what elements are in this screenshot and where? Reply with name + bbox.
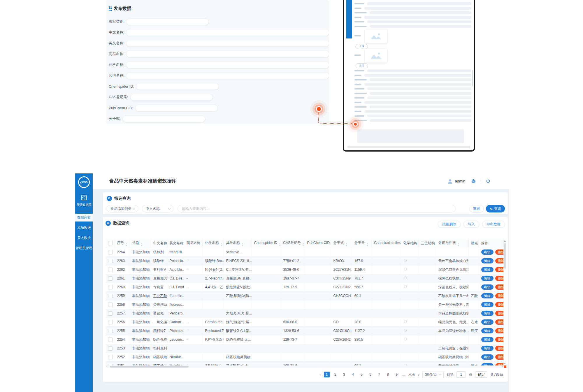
publish-field-input[interactable]: [126, 72, 329, 79]
upload-button[interactable]: 上传: [356, 63, 368, 68]
vertical-scrollbar[interactable]: [503, 239, 506, 365]
column-header-chem[interactable]: 化学名称: [203, 239, 224, 248]
row-checkbox[interactable]: [108, 355, 113, 359]
last-page-button[interactable]: 尾页: [408, 372, 415, 377]
page-number[interactable]: 4: [350, 372, 356, 377]
column-header-smiles[interactable]: Canonical smiles: [372, 239, 401, 248]
row-checkbox[interactable]: [108, 285, 113, 289]
column-header-pubchem[interactable]: PubChem CID: [305, 239, 331, 248]
edit-button[interactable]: 编辑: [481, 276, 494, 281]
row-checkbox[interactable]: [108, 329, 113, 333]
row-checkbox[interactable]: [108, 337, 113, 342]
scroll-left-arrow[interactable]: ‹: [106, 365, 108, 368]
column-header-idx[interactable]: 序号: [115, 239, 130, 248]
edit-button[interactable]: 编辑: [481, 354, 494, 360]
upload-button[interactable]: 上传: [356, 44, 368, 49]
column-header-product[interactable]: 商品名称: [184, 239, 203, 248]
search-input[interactable]: [178, 205, 456, 212]
publish-field-input[interactable]: [126, 61, 329, 68]
prev-page-arrow[interactable]: ‹: [319, 372, 321, 377]
edit-button[interactable]: 编辑: [481, 311, 494, 316]
publish-field-input[interactable]: [130, 94, 213, 101]
row-checkbox[interactable]: [108, 294, 113, 298]
edit-button[interactable]: 编辑: [481, 267, 494, 272]
row-checkbox[interactable]: [108, 303, 113, 307]
sort-icon[interactable]: [242, 243, 243, 246]
export-button[interactable]: 导出数据: [482, 221, 505, 228]
edit-button[interactable]: 编辑: [481, 319, 494, 325]
highlight-beacon[interactable]: [316, 106, 322, 112]
publish-field-input[interactable]: [135, 105, 218, 111]
scroll-down-arrow[interactable]: [504, 363, 506, 364]
logout-power-icon[interactable]: [486, 179, 491, 184]
edit-button[interactable]: 编辑: [481, 258, 494, 263]
confirm-button[interactable]: 确定: [475, 371, 487, 378]
page-number[interactable]: 9: [394, 372, 400, 377]
row-link[interactable]: 工业乙酸: [153, 294, 167, 298]
next-page-arrow[interactable]: ›: [418, 372, 420, 377]
column-header-appearance[interactable]: 外观与性状: [436, 239, 468, 248]
sort-icon[interactable]: [457, 243, 459, 246]
field-select[interactable]: 中文名称: [142, 205, 173, 212]
row-checkbox[interactable]: [108, 320, 113, 324]
sort-icon[interactable]: [279, 243, 281, 246]
select-all-checkbox[interactable]: [108, 241, 113, 245]
app-logo[interactable]: CFSA: [75, 173, 93, 191]
page-number[interactable]: 3: [341, 372, 347, 377]
sort-icon[interactable]: [366, 243, 368, 246]
query-button[interactable]: 查询: [486, 205, 505, 212]
reset-button[interactable]: 重置: [470, 205, 484, 212]
sort-icon[interactable]: [302, 243, 304, 246]
edit-button[interactable]: 编辑: [481, 302, 494, 307]
row-checkbox[interactable]: [108, 276, 113, 281]
highlight-beacon[interactable]: [353, 122, 358, 126]
row-checkbox[interactable]: [108, 250, 113, 254]
page-number[interactable]: 8: [385, 372, 391, 377]
edit-button[interactable]: 编辑: [481, 284, 494, 290]
scroll-right-arrow[interactable]: ›: [502, 365, 503, 368]
publish-field-input[interactable]: [123, 115, 205, 122]
row-checkbox[interactable]: [108, 346, 113, 351]
publish-field-input[interactable]: [136, 83, 219, 90]
sidebar-item[interactable]: 数据列表: [75, 214, 93, 222]
sidebar-item[interactable]: 导入数据: [75, 234, 93, 242]
horizontal-scrollbar[interactable]: ‹ ›: [106, 365, 504, 368]
sidebar-section-database[interactable]: 质谱数据库: [75, 194, 93, 207]
sort-icon[interactable]: [345, 243, 347, 246]
column-header-other[interactable]: 其他名称: [224, 239, 252, 248]
row-checkbox[interactable]: [108, 268, 113, 272]
column-header-cas[interactable]: CAS登记号: [281, 239, 305, 248]
column-header-formula[interactable]: 分子式: [331, 239, 352, 248]
edit-button[interactable]: 编辑: [481, 293, 494, 298]
page-number[interactable]: 5: [359, 372, 365, 377]
batch-delete-button[interactable]: 批量删除: [438, 221, 461, 228]
page-number[interactable]: 1: [324, 372, 330, 377]
column-header-mw[interactable]: 分子量: [352, 239, 372, 248]
publish-field-input[interactable]: [126, 18, 209, 25]
sort-icon[interactable]: [141, 243, 143, 246]
edit-button[interactable]: 编辑: [481, 346, 494, 351]
edit-button[interactable]: 编辑: [481, 328, 494, 333]
page-size-select[interactable]: 30条/页: [422, 371, 444, 378]
page-number[interactable]: 2: [333, 372, 338, 377]
sidebar-item[interactable]: 管理员管理: [75, 244, 93, 252]
edit-button[interactable]: 编辑: [481, 337, 494, 342]
import-button[interactable]: 导入: [463, 221, 479, 228]
horizontal-scroll-thumb[interactable]: [110, 366, 189, 368]
publish-field-input[interactable]: [126, 51, 329, 57]
settings-gear-icon[interactable]: [471, 179, 476, 184]
page-jump-input[interactable]: [456, 371, 466, 378]
page-number[interactable]: 6: [368, 372, 373, 377]
row-checkbox[interactable]: [108, 259, 113, 263]
column-header-category[interactable]: 类别: [130, 239, 151, 248]
category-select[interactable]: 食品添加剂类: [107, 205, 138, 212]
vertical-scroll-thumb[interactable]: [504, 243, 506, 269]
scroll-up-arrow[interactable]: [504, 240, 506, 242]
sidebar-item[interactable]: 添加数据: [75, 224, 93, 232]
sort-icon[interactable]: [221, 243, 222, 246]
publish-field-input[interactable]: [126, 40, 329, 47]
page-number[interactable]: 7: [376, 372, 382, 377]
publish-field-input[interactable]: [126, 29, 329, 36]
preview-scrollbar[interactable]: [472, 70, 473, 87]
column-header-csid[interactable]: Chemspider ID: [252, 239, 281, 248]
